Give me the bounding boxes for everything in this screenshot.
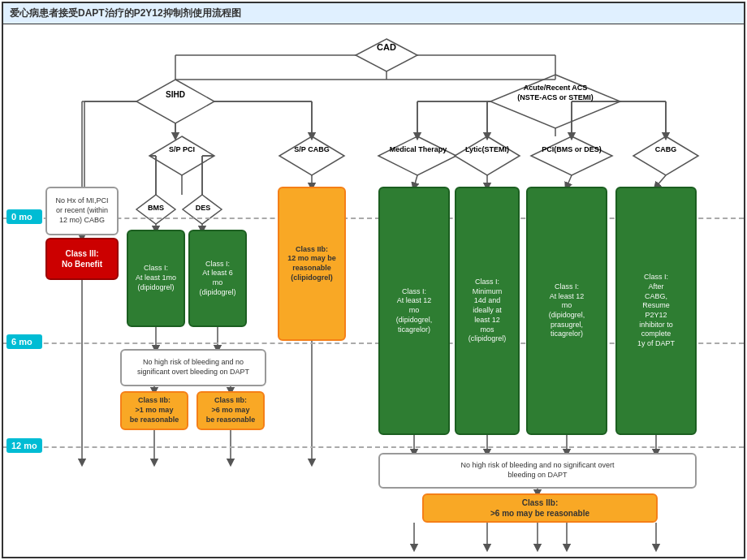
class-i-pci-box: Class I: At least 12 mo (dipidogrel, pra… (526, 187, 607, 435)
cabg-label: CABG (635, 145, 697, 153)
sp-cabg-label: S/P CABG (281, 145, 343, 153)
svg-line-63 (656, 175, 666, 187)
lytic-label: Lytic(STEMI) (456, 145, 518, 153)
svg-marker-9 (531, 136, 612, 175)
acs-label: Acute/Recent ACS(NSTE-ACS or STEMI) (505, 84, 606, 102)
sp-pci-label: S/P PCI (151, 145, 213, 153)
class-iii-box: Class III: No Benefit (45, 238, 119, 280)
class-i-med-box: Class I: At least 12 mo (dipidogrel, tic… (378, 187, 450, 435)
class-i-des-box: Class I: At least 6 mo (dipidogrel) (188, 230, 247, 327)
dashed-line-12 (3, 446, 744, 448)
class-iib-cabg-box: Class IIb: 12 mo may be reasonable (clip… (278, 187, 346, 341)
sihd-label: SIHD (146, 90, 205, 99)
class-iib-acs-box: Class IIb: >6 mo may be reasonable (422, 493, 658, 523)
class-i-lytic-box: Class I: Minimum 14d and ideally at leas… (455, 187, 520, 435)
no-high-risk-acs-box: No high risk of bleeding and no signific… (378, 453, 697, 489)
des-label: DES (188, 204, 218, 212)
bms-label: BMS (141, 204, 171, 212)
svg-line-60 (414, 175, 417, 187)
class-i-bms-box: Class I: At least 1mo (dipidogrel) (127, 230, 185, 327)
title-bar: 爱心病患者接受DAPT治疗的P2Y12抑制剂使用流程图 (3, 3, 744, 24)
class-iib-bms-box: Class IIb: >1 mo may be reasonable (120, 391, 188, 430)
svg-marker-8 (455, 136, 520, 175)
svg-marker-1 (136, 80, 214, 123)
time-marker-12: 12 mo (6, 438, 42, 453)
class-iib-des-box: Class IIb: >6 mo may be reasonable (196, 391, 265, 430)
class-i-cabg-box: Class I: After CABG, Resume P2Y12 inhibi… (615, 187, 697, 435)
no-hx-box: No Hx of MI,PCI or recent (within 12 mo)… (45, 187, 119, 235)
pci-label: PCI(BMS or DES) (534, 145, 609, 153)
time-marker-0: 0 mo (6, 209, 42, 224)
svg-line-62 (567, 175, 572, 187)
svg-marker-6 (279, 136, 344, 175)
cad-label: CAD (357, 42, 416, 52)
svg-marker-3 (149, 136, 214, 175)
time-marker-6: 6 mo (6, 334, 42, 349)
svg-marker-7 (378, 136, 456, 175)
svg-marker-10 (633, 136, 698, 175)
outer-border: 爱心病患者接受DAPT治疗的P2Y12抑制剂使用流程图 (2, 2, 745, 558)
no-high-risk-sihd-box: No high risk of bleeding and no signific… (120, 349, 266, 386)
flowchart-area: 0 mo 6 mo 12 mo CAD SIHD Acute/Recent AC… (3, 24, 744, 557)
title-text: 爱心病患者接受DAPT治疗的P2Y12抑制剂使用流程图 (10, 7, 241, 19)
med-therapy-label: Medical Therapy (379, 145, 457, 153)
